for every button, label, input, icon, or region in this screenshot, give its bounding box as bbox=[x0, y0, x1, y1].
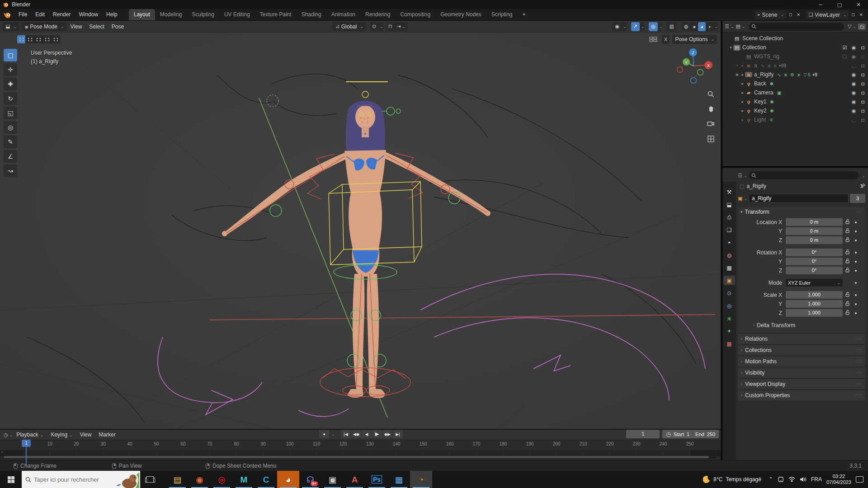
users-count-button[interactable]: 3 bbox=[850, 194, 865, 203]
outliner-item-label[interactable]: Key2 bbox=[754, 108, 766, 114]
taskbar-app-button[interactable]: ▤ bbox=[166, 471, 189, 488]
outliner-item-label[interactable]: Collection bbox=[742, 44, 766, 51]
hide-eye-icon[interactable] bbox=[850, 90, 857, 96]
lock-icon[interactable] bbox=[843, 267, 853, 273]
3d-viewport[interactable]: ⬓ ж Pose Mode ViewSelectPose ⊿ Global ⊙ … bbox=[0, 21, 722, 429]
taskbar-app-button[interactable]: C bbox=[255, 471, 277, 488]
collapsed-panel[interactable]: › Visibility ∷∷ bbox=[738, 368, 865, 378]
hide-eye-icon[interactable] bbox=[850, 81, 857, 87]
select-mode-intersect[interactable] bbox=[52, 35, 60, 43]
tablet-mode-icon[interactable] bbox=[778, 477, 784, 482]
properties-tab[interactable]: ✦ bbox=[723, 326, 735, 336]
tool-button[interactable]: ↝ bbox=[4, 164, 17, 177]
pan-hand-icon[interactable] bbox=[705, 103, 716, 114]
channel-expander-icon[interactable]: › bbox=[1, 449, 3, 454]
lock-icon[interactable] bbox=[843, 219, 853, 225]
close-button[interactable]: ✕ bbox=[849, 0, 868, 9]
rendered-shading-icon[interactable]: ◑ bbox=[706, 22, 713, 31]
lock-icon[interactable] bbox=[843, 258, 853, 264]
tool-button[interactable]: ◎ bbox=[4, 121, 17, 134]
workspace-tab[interactable]: + bbox=[518, 9, 531, 20]
transform-orientation-selector[interactable]: ⊿ Global bbox=[332, 22, 366, 31]
lock-icon[interactable] bbox=[843, 228, 853, 234]
outliner-display-mode-icon[interactable]: ▤ bbox=[736, 23, 745, 29]
timeline-menu-item[interactable]: Keying bbox=[47, 432, 76, 438]
properties-tab[interactable]: ⬓ bbox=[723, 200, 735, 209]
taskbar-app-button[interactable]: Ps bbox=[366, 471, 388, 488]
properties-tab[interactable]: ❏ bbox=[723, 225, 735, 235]
armature-layers-icon[interactable] bbox=[649, 37, 657, 42]
maximize-button[interactable]: ▢ bbox=[830, 0, 849, 9]
render-camera-icon[interactable] bbox=[859, 99, 866, 105]
timeline-scrollbar[interactable] bbox=[3, 455, 716, 459]
tool-button[interactable]: ▢ bbox=[4, 49, 17, 61]
outliner-item-label[interactable]: Scene Collection bbox=[742, 35, 783, 42]
hide-eye-icon[interactable] bbox=[850, 108, 857, 114]
expand-arrow-icon[interactable]: ▸ bbox=[740, 63, 745, 68]
outliner-row[interactable]: ▾ Collection bbox=[722, 43, 868, 52]
outliner-row[interactable]: ▸ Back ✽ bbox=[722, 79, 868, 88]
lock-icon[interactable] bbox=[843, 292, 853, 298]
outliner-item-label[interactable]: WGTS_rig bbox=[754, 53, 779, 60]
topbar-menu-item[interactable]: Window bbox=[75, 9, 102, 20]
panel-grip-icon[interactable]: ∷∷ bbox=[856, 382, 862, 386]
unlink-scene-button[interactable]: ✕ bbox=[795, 12, 802, 17]
number-field[interactable]: 1.000 bbox=[786, 309, 843, 317]
render-camera-icon[interactable] bbox=[859, 117, 866, 123]
animate-dot-icon[interactable]: ● bbox=[853, 229, 859, 234]
viewport-scene[interactable] bbox=[0, 21, 722, 429]
gizmos-toggle[interactable]: ↗ bbox=[631, 22, 645, 31]
animate-dot-icon[interactable]: ● bbox=[853, 281, 859, 285]
overlays-toggle[interactable]: ◎ bbox=[649, 22, 662, 31]
panel-grip-icon[interactable]: ∷∷ bbox=[856, 371, 862, 375]
view-layer-selector[interactable]: ❏ ViewLayer bbox=[806, 10, 849, 19]
volume-icon[interactable] bbox=[800, 477, 807, 482]
pin-icon[interactable] bbox=[860, 183, 865, 190]
properties-tab[interactable]: ⚒ bbox=[723, 187, 735, 197]
animate-dot-icon[interactable]: ● bbox=[853, 293, 859, 297]
collapsed-panel[interactable]: › Collections ∷∷ bbox=[738, 345, 865, 355]
transform-panel-header[interactable]: ▾ Transform ∷∷ bbox=[738, 207, 865, 217]
outliner-row[interactable]: ▸ Camera ▣ bbox=[722, 88, 868, 97]
lock-icon[interactable] bbox=[843, 310, 853, 316]
select-mode-invert[interactable] bbox=[43, 35, 52, 43]
editor-type-selector[interactable]: ⬓ bbox=[3, 22, 19, 31]
ortho-grid-icon[interactable] bbox=[705, 133, 716, 144]
panel-grip-icon[interactable]: ∷∷ bbox=[856, 337, 862, 341]
topbar-menu-item[interactable]: Render bbox=[49, 9, 75, 20]
outliner-item-label[interactable]: a bbox=[754, 62, 757, 69]
material-preview-icon[interactable]: ◕ bbox=[698, 22, 706, 31]
outliner-item-label[interactable]: Camera bbox=[754, 89, 774, 96]
delta-transform-subpanel[interactable]: › Delta Transform bbox=[741, 321, 863, 330]
xray-toggle[interactable]: ▥ bbox=[667, 22, 676, 31]
breadcrumb-object-name[interactable]: a_Rigify bbox=[746, 183, 766, 189]
lock-icon[interactable] bbox=[843, 249, 853, 255]
pivot-point-selector[interactable]: ⊙ bbox=[370, 22, 383, 31]
current-frame-field[interactable]: 1 bbox=[626, 430, 660, 438]
taskbar-app-button[interactable]: ◉ bbox=[189, 471, 211, 488]
notification-center-icon[interactable] bbox=[856, 476, 863, 483]
outliner-item-label[interactable]: Light bbox=[754, 117, 766, 123]
properties-tab[interactable]: ▦ bbox=[723, 263, 735, 272]
outliner-row[interactable]: • ▸ a ∿ ж ж +99 bbox=[722, 61, 868, 70]
number-field[interactable]: 0° bbox=[786, 267, 843, 274]
panel-grip-icon[interactable]: ∷∷ bbox=[856, 393, 862, 398]
prev-keyframe-button[interactable]: ◀◆ bbox=[351, 430, 361, 438]
number-field[interactable]: 1.000 bbox=[786, 291, 843, 299]
outliner-item-label[interactable]: Key1 bbox=[754, 99, 766, 105]
render-camera-icon[interactable] bbox=[859, 108, 866, 114]
new-view-layer-button[interactable]: 🗋 bbox=[850, 12, 857, 17]
taskbar-app-button[interactable]: ◕ bbox=[277, 471, 299, 488]
remove-view-layer-button[interactable]: ✕ bbox=[858, 12, 864, 17]
zoom-icon[interactable] bbox=[705, 89, 716, 99]
lock-icon[interactable] bbox=[843, 237, 853, 243]
hide-eye-icon[interactable] bbox=[850, 99, 857, 105]
properties-tab[interactable]: ⊙ bbox=[723, 288, 735, 298]
collapsed-panel[interactable]: › Motion Paths ∷∷ bbox=[738, 357, 865, 366]
outliner-item-label[interactable]: a_Rigify bbox=[754, 71, 774, 78]
object-name-field[interactable]: a_Rigify bbox=[749, 194, 849, 203]
outliner-row[interactable]: Scene Collection bbox=[722, 34, 868, 43]
checkbox-icon[interactable] bbox=[841, 54, 848, 60]
tool-button[interactable]: ∠ bbox=[4, 150, 17, 163]
outliner-item-label[interactable]: Back bbox=[754, 80, 766, 87]
